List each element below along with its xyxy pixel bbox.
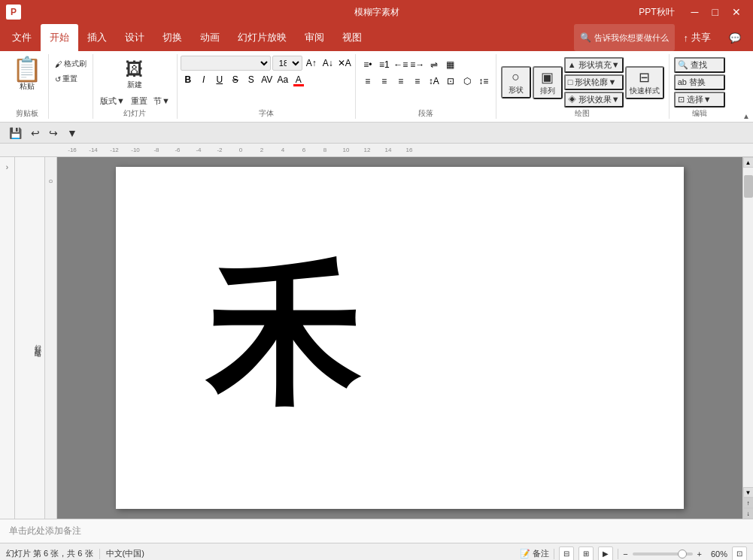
drawing-group: 绘图 ○ 形状 ▣ 排列 ▲ 形状填充▼ □ 形状轮廓▼ ◈ 形状效果▼ ⊟ 快 — [496, 54, 670, 119]
zoom-slider[interactable] — [633, 552, 693, 555]
font-color-button[interactable]: A — [291, 72, 306, 87]
bold-button[interactable]: B — [181, 72, 196, 87]
drawing-row-1: ○ 形状 ▣ 排列 ▲ 形状填充▼ □ 形状轮廓▼ ◈ 形状效果▼ ⊟ 快速样式 — [501, 57, 664, 107]
font-row-1: 18 A↑ A↓ ✕A — [181, 56, 352, 71]
zoom-minus[interactable]: − — [623, 549, 627, 558]
new-slide-button[interactable]: 🖼 新建 — [120, 57, 150, 92]
close-button[interactable]: ✕ — [726, 5, 747, 19]
strikethrough-button[interactable]: S — [228, 72, 243, 87]
scroll-track[interactable] — [743, 168, 754, 487]
text-shadow-button[interactable]: S — [244, 72, 259, 87]
window-controls: PPT秋叶 ─ □ ✕ — [639, 5, 747, 19]
select-button[interactable]: ⊡ 选择▼ — [674, 92, 725, 107]
arrange-button[interactable]: ▣ 排列 — [533, 66, 563, 99]
text-direction-button[interactable]: ↕A — [427, 74, 442, 89]
language-indicator: 中文(中国) — [106, 548, 144, 559]
scroll-page-down[interactable]: ↓ — [743, 508, 754, 519]
menu-slideshow[interactable]: 幻灯片放映 — [229, 24, 296, 51]
shape-outline-button[interactable]: □ 形状轮廓▼ — [564, 74, 624, 90]
rtl-button[interactable]: ⇌ — [427, 57, 442, 72]
panel-toggle-button[interactable]: › — [5, 160, 10, 174]
find-button[interactable]: 🔍 查找 — [674, 57, 725, 73]
scroll-page-up[interactable]: ↑ — [743, 498, 754, 508]
notes-bar[interactable]: 单击此处添加备注 — [0, 519, 753, 543]
menu-file[interactable]: 文件 — [3, 24, 41, 51]
shape-effects-button[interactable]: ◈ 形状效果▼ — [564, 92, 624, 107]
smartart-button[interactable]: ⬡ — [460, 74, 475, 89]
search-box[interactable]: 🔍 告诉我你想要做什么 — [574, 24, 675, 51]
replace-button[interactable]: ab 替换 — [674, 74, 725, 90]
slide-canvas[interactable]: 禾 — [116, 167, 684, 509]
numbering-button[interactable]: ≡1 — [377, 57, 392, 72]
maximize-button[interactable]: □ — [706, 5, 724, 19]
paste-button[interactable]: 📋 粘贴 剪贴板 — [6, 54, 49, 119]
zoom-plus[interactable]: + — [697, 549, 702, 558]
save-qa-button[interactable]: 💾 — [6, 126, 25, 141]
menu-view[interactable]: 视图 — [333, 24, 371, 51]
title-bar: P 模糊字素材 PPT秋叶 ─ □ ✕ — [0, 0, 753, 24]
change-case-button[interactable]: Aa — [275, 72, 290, 87]
fit-window-button[interactable]: ⊡ — [732, 546, 747, 561]
minimize-button[interactable]: ─ — [685, 5, 705, 19]
menu-animations[interactable]: 动画 — [191, 24, 229, 51]
justify-button[interactable]: ≡ — [410, 74, 425, 89]
redo-button[interactable]: ↪ — [46, 126, 61, 141]
slide-canvas-area[interactable]: 禾 — [57, 157, 742, 519]
clear-format-button[interactable]: ✕A — [337, 56, 352, 71]
quick-styles-button[interactable]: ⊟ 快速样式 — [625, 66, 664, 99]
font-name-select[interactable] — [181, 56, 271, 71]
notes-toggle[interactable]: 📝 备注 — [520, 548, 549, 559]
font-size-select[interactable]: 18 — [272, 56, 302, 71]
scroll-up-button[interactable]: ▲ — [743, 157, 754, 168]
editing-group: 编辑 🔍 查找 ab 替换 ⊡ 选择▼ — [670, 54, 730, 119]
text-align-button[interactable]: ⊡ — [443, 74, 458, 89]
align-right-button[interactable]: ≡ — [393, 74, 408, 89]
notes-icon: 📝 — [520, 549, 530, 558]
align-left-button[interactable]: ≡ — [360, 74, 375, 89]
section-button[interactable]: 节▼ — [151, 95, 172, 107]
underline-button[interactable]: U — [212, 72, 227, 87]
menu-home[interactable]: 开始 — [41, 24, 78, 51]
comments-button[interactable]: 💬 — [720, 24, 750, 51]
shape-fill-button[interactable]: ▲ 形状填充▼ — [564, 57, 624, 73]
window-title: 模糊字素材 — [354, 6, 399, 19]
menu-insert[interactable]: 插入 — [78, 24, 116, 51]
char-spacing-button[interactable]: AV — [260, 72, 275, 87]
format-painter-button[interactable]: 🖌 格式刷 — [52, 57, 90, 71]
menu-transitions[interactable]: 切换 — [153, 24, 191, 51]
share-button[interactable]: ↑ 共享 — [675, 24, 721, 51]
zoom-level[interactable]: 60% — [706, 549, 727, 558]
menu-review[interactable]: 审阅 — [296, 24, 333, 51]
decrease-font-button[interactable]: A↓ — [320, 56, 336, 71]
reset-button[interactable]: ↺ 重置 — [52, 72, 90, 86]
reset-label: 重置 — [62, 74, 77, 84]
main-character[interactable]: 禾 — [206, 263, 357, 413]
status-left: 幻灯片 第 6 张，共 6 张 中文(中国) — [6, 548, 514, 559]
vertical-scrollbar[interactable]: ▲ ▼ ↑ ↓ — [742, 157, 753, 519]
customize-qa-button[interactable]: ▼ — [64, 126, 80, 141]
zoom-thumb[interactable] — [678, 549, 687, 558]
line-spacing-button[interactable]: ↕≡ — [476, 74, 491, 89]
reset-slide-button[interactable]: 重置 — [129, 95, 150, 107]
columns-button[interactable]: ▦ — [443, 57, 458, 72]
decrease-indent-button[interactable]: ←≡ — [393, 57, 408, 72]
scroll-down-button[interactable]: ▼ — [743, 487, 754, 498]
title-bar-left: P — [6, 5, 21, 20]
clipboard-group: 📋 粘贴 剪贴板 🖌 格式刷 ↺ 重置 — [6, 54, 93, 119]
increase-font-button[interactable]: A↑ — [304, 56, 319, 71]
outline-view-button[interactable]: ⊞ — [578, 546, 594, 561]
menu-design[interactable]: 设计 — [116, 24, 153, 51]
increase-indent-button[interactable]: ≡→ — [410, 57, 425, 72]
quick-styles-icon: ⊟ — [639, 69, 650, 86]
scroll-thumb[interactable] — [744, 175, 753, 198]
layout-button[interactable]: 版式▼ — [98, 95, 127, 107]
italic-button[interactable]: I — [196, 72, 211, 87]
undo-button[interactable]: ↩ — [28, 126, 43, 141]
normal-view-button[interactable]: ⊟ — [559, 546, 574, 561]
slideshow-view-button[interactable]: ▶ — [598, 546, 613, 561]
align-center-button[interactable]: ≡ — [377, 74, 392, 89]
slides-panel-label: 幻灯片缩略 — [33, 339, 43, 347]
ribbon-collapse-button[interactable]: ▲ — [741, 110, 751, 122]
shapes-button[interactable]: ○ 形状 — [501, 66, 531, 98]
bullets-button[interactable]: ≡• — [360, 57, 375, 72]
